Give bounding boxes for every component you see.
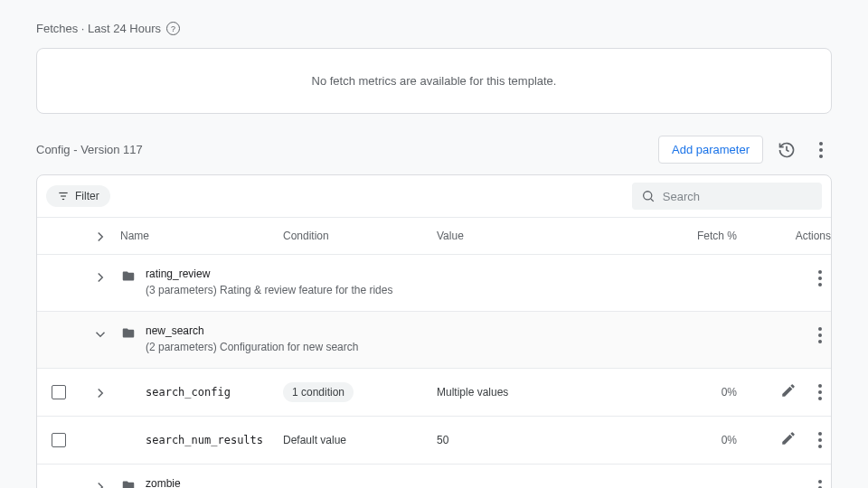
svg-line-4 [651, 199, 654, 202]
param-name: search_config [146, 386, 231, 399]
group-name: zombie [146, 477, 374, 488]
search-icon [641, 188, 656, 204]
group-row[interactable]: rating_review(3 parameters) Rating & rev… [37, 255, 831, 312]
expand-toggle[interactable] [80, 383, 120, 401]
expand-all-toggle[interactable] [92, 229, 108, 245]
row-more-button[interactable] [809, 267, 831, 289]
row-more-button[interactable] [809, 429, 831, 451]
history-icon[interactable] [776, 139, 797, 161]
row-more-button[interactable] [809, 477, 831, 488]
fetches-title-text: Fetches · Last 24 Hours [36, 22, 161, 35]
folder-icon [120, 477, 137, 488]
group-name: rating_review [146, 267, 392, 280]
more-menu-button[interactable] [810, 139, 832, 161]
param-row[interactable]: search_num_resultsDefault value500% [37, 417, 831, 465]
edit-button[interactable] [780, 430, 797, 449]
filter-button[interactable]: Filter [46, 185, 110, 207]
folder-icon [120, 267, 137, 298]
param-condition: Default value [283, 434, 437, 446]
expand-toggle[interactable] [80, 439, 120, 441]
expand-toggle[interactable] [80, 477, 120, 488]
add-parameter-button[interactable]: Add parameter [658, 136, 763, 164]
filter-label: Filter [75, 190, 99, 202]
group-desc: (3 parameters) Rating & review feature f… [146, 283, 392, 298]
param-value: 50 [437, 434, 663, 446]
edit-button[interactable] [780, 382, 797, 401]
row-checkbox[interactable] [52, 385, 66, 399]
search-input[interactable] [663, 190, 813, 203]
col-fetch[interactable]: Fetch % [663, 230, 744, 242]
col-name[interactable]: Name [120, 230, 283, 242]
config-table-card: Filter Name Condition Value Fetch % Acti… [36, 174, 832, 488]
col-value[interactable]: Value [437, 230, 663, 242]
param-condition: 1 condition [283, 382, 437, 402]
folder-icon [120, 324, 137, 355]
search-box[interactable] [632, 183, 822, 210]
config-header: Config - Version 117 Add parameter [36, 136, 832, 164]
table-toolbar: Filter [37, 175, 831, 218]
group-row[interactable]: new_search(2 parameters) Configuration f… [37, 312, 831, 369]
group-name: new_search [146, 324, 358, 337]
expand-toggle[interactable] [80, 267, 120, 286]
param-name: search_num_results [146, 434, 263, 446]
row-checkbox[interactable] [52, 433, 66, 447]
param-row[interactable]: search_config1 conditionMultiple values0… [37, 369, 831, 417]
fetches-section-title: Fetches · Last 24 Hours ? [36, 22, 832, 35]
fetches-empty-text: No fetch metrics are available for this … [312, 74, 557, 88]
col-actions: Actions [744, 230, 842, 242]
expand-toggle[interactable] [80, 324, 120, 343]
group-row[interactable]: zombie(3 parameters) All params related … [37, 465, 831, 488]
param-fetch: 0% [663, 386, 744, 399]
row-more-button[interactable] [809, 324, 831, 346]
table-header: Name Condition Value Fetch % Actions [37, 218, 831, 255]
param-value: Multiple values [437, 386, 663, 399]
svg-point-3 [644, 192, 652, 200]
col-condition[interactable]: Condition [283, 230, 437, 242]
param-fetch: 0% [663, 434, 744, 446]
fetches-empty-card: No fetch metrics are available for this … [36, 48, 832, 114]
config-title: Config - Version 117 [36, 143, 143, 156]
group-desc: (2 parameters) Configuration for new sea… [146, 340, 358, 355]
help-icon[interactable]: ? [166, 22, 180, 35]
row-more-button[interactable] [809, 381, 831, 403]
